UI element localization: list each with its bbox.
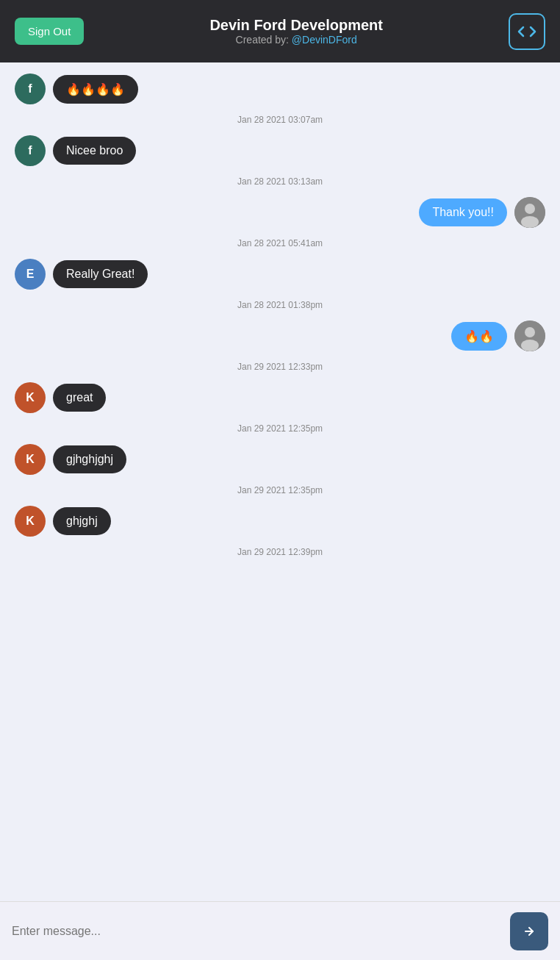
avatar: f (15, 135, 46, 166)
message-bubble: gjhghjghj (53, 445, 126, 473)
sign-out-button[interactable]: Sign Out (15, 18, 84, 45)
message-row: f Nicee broo (15, 135, 545, 166)
chat-area: f 🔥🔥🔥🔥 Jan 28 2021 03:07am f Nicee broo … (0, 62, 560, 901)
input-bar (0, 901, 560, 960)
app-title: Devin Ford Development (209, 17, 383, 34)
avatar: K (15, 506, 46, 537)
timestamp: Jan 28 2021 03:13am (15, 176, 545, 187)
message-row: K gjhghjghj (15, 444, 545, 475)
timestamp: Jan 28 2021 01:38pm (15, 300, 545, 310)
send-button[interactable] (510, 912, 548, 950)
message-bubble: 🔥🔥🔥🔥 (53, 75, 138, 104)
svg-point-4 (525, 327, 535, 337)
header-center: Devin Ford Development Created by: @Devi… (209, 17, 383, 46)
avatar: K (15, 444, 46, 475)
message-row: f 🔥🔥🔥🔥 (15, 74, 545, 104)
message-bubble: ghjghj (53, 507, 111, 535)
avatar-photo (514, 197, 545, 228)
header: Sign Out Devin Ford Development Created … (0, 0, 560, 62)
timestamp: Jan 29 2021 12:35pm (15, 423, 545, 434)
avatar-photo (514, 320, 545, 351)
timestamp: Jan 29 2021 12:39pm (15, 547, 545, 557)
timestamp: Jan 29 2021 12:35pm (15, 485, 545, 495)
message-row: K ghjghj (15, 506, 545, 537)
message-input[interactable] (12, 925, 510, 938)
avatar: K (15, 382, 46, 413)
timestamp: Jan 28 2021 05:41am (15, 238, 545, 248)
message-bubble: great (53, 384, 106, 412)
message-bubble: Really Great! (53, 260, 148, 288)
avatar: f (15, 74, 46, 104)
message-row: E Really Great! (15, 259, 545, 290)
message-row: 🔥🔥 (15, 320, 545, 351)
svg-point-2 (521, 216, 539, 228)
code-icon[interactable] (509, 13, 545, 50)
message-bubble: Nicee broo (53, 137, 136, 165)
message-bubble: Thank you!! (419, 198, 507, 226)
svg-point-1 (525, 204, 535, 214)
creator-link[interactable]: @DevinDFord (292, 34, 357, 46)
avatar: E (15, 259, 46, 290)
header-subtitle: Created by: @DevinDFord (209, 34, 383, 46)
timestamp: Jan 29 2021 12:33pm (15, 362, 545, 372)
svg-point-5 (521, 340, 539, 351)
created-by-label: Created by: (236, 34, 289, 46)
message-row: Thank you!! (15, 197, 545, 228)
timestamp: Jan 28 2021 03:07am (15, 115, 545, 125)
message-row: K great (15, 382, 545, 413)
message-bubble: 🔥🔥 (451, 322, 507, 351)
